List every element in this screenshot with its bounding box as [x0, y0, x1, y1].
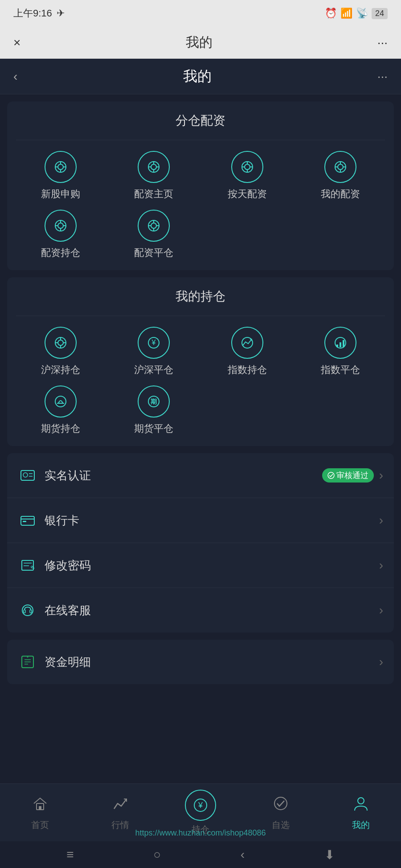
tab-market[interactable]: 行情 — [80, 795, 160, 831]
home-icon — [31, 795, 49, 816]
my-holding-grid: 沪深持仓 ¥ 沪深平仓 — [16, 327, 385, 435]
battery-icon: 24 — [372, 8, 388, 19]
svg-point-77 — [358, 798, 364, 804]
realname-arrow: › — [379, 468, 383, 483]
svg-text:¥: ¥ — [198, 801, 203, 810]
fund-detail-item[interactable]: ¥ 资金明细 › — [7, 640, 394, 684]
fencang-section: 分仓配资 新股申购 — [7, 101, 394, 270]
new-ipo-icon — [45, 151, 77, 183]
fund-detail-arrow: › — [379, 655, 383, 669]
day-peizi-item[interactable]: 按天配资 — [203, 151, 292, 201]
futures-close-item[interactable]: 期 期货平仓 — [110, 385, 199, 435]
svg-point-1 — [58, 164, 63, 170]
svg-rect-47 — [340, 342, 341, 347]
my-peizi-label: 我的配资 — [321, 187, 360, 201]
sys-bottom-bar: ≡ ○ ‹ ⬇ — [0, 841, 401, 868]
sh-hold-item[interactable]: 沪深持仓 — [16, 327, 105, 377]
service-arrow: › — [379, 603, 383, 617]
svg-rect-73 — [39, 806, 41, 810]
day-peizi-label: 按天配资 — [228, 187, 267, 201]
sys-back-icon[interactable]: ‹ — [241, 848, 245, 862]
peizi-hold-icon — [45, 210, 77, 242]
market-icon — [111, 795, 129, 816]
svg-point-7 — [151, 164, 156, 170]
bankcard-text: 银行卡 — [45, 513, 379, 528]
status-right: ⏰ 📶 📡 24 — [325, 8, 388, 19]
sh-close-icon: ¥ — [138, 327, 170, 359]
tab-mine[interactable]: 我的 — [321, 795, 401, 831]
sys-close-button[interactable]: × — [13, 36, 20, 50]
peizi-close-item[interactable]: 配资平仓 — [110, 210, 199, 260]
svg-rect-61 — [22, 560, 33, 570]
menu-section: 实名认证 审核通过 › 银行卡 › — [7, 453, 394, 633]
futures-close-label: 期货平仓 — [134, 422, 173, 435]
new-ipo-label: 新股申购 — [41, 187, 80, 201]
watermark: https://www.huzhan.com/ishop48086 — [0, 828, 401, 838]
idx-close-item[interactable]: 指数平仓 — [296, 327, 385, 377]
svg-point-19 — [338, 164, 343, 170]
main-content: 分仓配资 新股申购 — [0, 94, 401, 783]
app-more-button[interactable]: ··· — [377, 69, 388, 84]
bankcard-icon — [18, 511, 37, 530]
tab-watchlist[interactable]: 自选 — [241, 795, 321, 831]
svg-text:期: 期 — [151, 398, 157, 405]
day-peizi-icon — [231, 151, 263, 183]
new-ipo-item[interactable]: 新股申购 — [16, 151, 105, 201]
fencang-title: 分仓配资 — [16, 112, 385, 129]
idx-hold-label: 指数持仓 — [228, 363, 267, 377]
futures-hold-label: 期货持仓 — [41, 422, 80, 435]
idx-close-icon — [324, 327, 356, 359]
svg-point-57 — [328, 472, 334, 479]
futures-close-icon: 期 — [138, 385, 170, 418]
my-peizi-icon — [324, 151, 356, 183]
svg-rect-58 — [21, 516, 34, 525]
futures-hold-icon — [45, 385, 77, 418]
my-peizi-item[interactable]: 我的配资 — [296, 151, 385, 201]
peizi-home-icon — [138, 151, 170, 183]
telegram-icon: ✈ — [57, 8, 65, 19]
peizi-close-label: 配资平仓 — [134, 246, 173, 260]
sh-hold-label: 沪深持仓 — [41, 363, 80, 377]
sh-close-item[interactable]: ¥ 沪深平仓 — [110, 327, 199, 377]
app-nav-bar: ‹ 我的 ··· — [0, 59, 401, 94]
my-holding-section: 我的持仓 沪深持仓 — [7, 277, 394, 446]
sys-home-circle-icon[interactable]: ○ — [153, 848, 161, 862]
peizi-home-item[interactable]: 配资主页 — [110, 151, 199, 201]
svg-point-76 — [274, 797, 287, 810]
realname-badge: 审核通过 — [322, 468, 374, 483]
sys-more-button[interactable]: ··· — [377, 36, 388, 50]
peizi-home-label: 配资主页 — [134, 187, 173, 201]
svg-rect-60 — [23, 521, 26, 522]
signal-icon: 📶 — [340, 8, 352, 19]
fencang-grid: 新股申购 配资主页 — [16, 151, 385, 260]
sys-menu-icon[interactable]: ≡ — [66, 848, 74, 862]
sys-download-icon: ⬇ — [324, 848, 335, 862]
svg-point-54 — [23, 473, 28, 477]
svg-point-37 — [58, 340, 63, 345]
changepass-icon — [18, 556, 37, 575]
realname-icon — [18, 466, 37, 485]
fund-detail-icon: ¥ — [18, 652, 37, 672]
app-nav-title: 我的 — [183, 67, 212, 86]
peizi-hold-item[interactable]: 配资持仓 — [16, 210, 105, 260]
watchlist-icon — [272, 795, 290, 816]
idx-hold-item[interactable]: 指数持仓 — [203, 327, 292, 377]
tab-home[interactable]: 首页 — [0, 795, 80, 831]
svg-rect-66 — [30, 610, 32, 613]
alarm-icon: ⏰ — [325, 8, 337, 19]
status-bar: 上午9:16 ✈ ⏰ 📶 📡 24 — [0, 0, 401, 27]
realname-text: 实名认证 — [45, 468, 322, 483]
svg-rect-65 — [24, 610, 25, 613]
app-back-button[interactable]: ‹ — [13, 69, 17, 84]
svg-rect-46 — [336, 345, 338, 347]
realname-menu-item[interactable]: 实名认证 审核通过 › — [7, 453, 394, 498]
fund-detail-section: ¥ 资金明细 › — [7, 640, 394, 684]
futures-hold-item[interactable]: 期货持仓 — [16, 385, 105, 435]
bankcard-menu-item[interactable]: 银行卡 › — [7, 498, 394, 543]
peizi-hold-label: 配资持仓 — [41, 246, 80, 260]
sys-nav-title: 我的 — [186, 33, 213, 52]
svg-point-49 — [55, 396, 66, 407]
mine-icon — [352, 795, 370, 816]
changepass-menu-item[interactable]: 修改密码 › — [7, 543, 394, 588]
service-menu-item[interactable]: 在线客服 › — [7, 588, 394, 633]
